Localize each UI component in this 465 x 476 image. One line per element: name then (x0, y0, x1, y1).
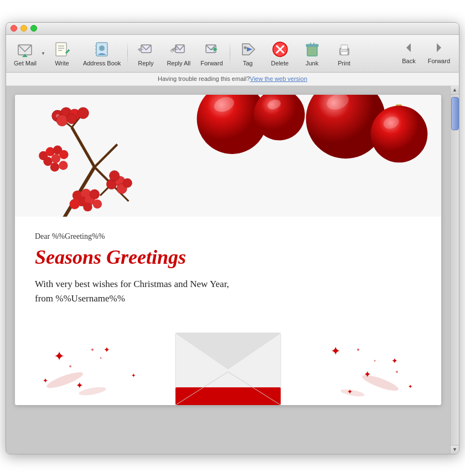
svg-text:✦: ✦ (54, 349, 65, 364)
minimize-button[interactable] (20, 25, 27, 32)
svg-rect-21 (306, 44, 318, 47)
svg-point-68 (93, 199, 102, 208)
delete-icon (271, 40, 289, 58)
write-label: Write (55, 60, 69, 66)
address-book-icon (93, 40, 111, 58)
svg-point-59 (50, 162, 59, 171)
forward-button[interactable]: Forward (196, 38, 227, 69)
svg-rect-26 (341, 45, 348, 49)
tag-label: Tag (243, 60, 253, 66)
svg-point-65 (89, 189, 99, 199)
view-web-version-link[interactable]: View the web version (250, 75, 307, 82)
forward-btn-label: Forward (200, 60, 223, 66)
svg-point-107 (374, 360, 376, 362)
svg-text:✦: ✦ (391, 357, 398, 365)
write-icon (53, 40, 71, 58)
reply-all-label: Reply All (167, 60, 190, 66)
svg-rect-20 (307, 46, 317, 56)
get-mail-label: Get Mail (14, 60, 37, 66)
svg-rect-2 (56, 43, 66, 56)
address-book-button[interactable]: Address Book (79, 38, 125, 69)
svg-point-106 (357, 349, 359, 351)
print-button[interactable]: Print (329, 38, 360, 69)
scrollbar: ▲ ▼ (450, 86, 459, 454)
svg-text:✦: ✦ (104, 346, 110, 354)
address-book-label: Address Book (83, 60, 121, 66)
svg-point-103 (91, 349, 94, 351)
separator-2 (230, 41, 230, 65)
title-bar (6, 23, 459, 35)
svg-rect-86 (175, 387, 281, 405)
svg-point-28 (347, 49, 348, 50)
reply-all-icon (170, 40, 188, 58)
email-footer-image: ✦ ✦ ✦ ✦ ✦ ✦ ✦ ✦ ✦ ✦ (15, 327, 441, 405)
get-mail-button[interactable]: Get Mail (9, 38, 41, 69)
svg-point-81 (371, 105, 428, 162)
svg-marker-29 (406, 43, 411, 52)
forward-icon (203, 40, 220, 58)
nav-forward-button[interactable]: Forward (422, 40, 456, 66)
email-body: Dear %%Greeting%% Seasons Greetings With… (15, 217, 441, 328)
email-body-text: With very best wishes for Christmas and … (35, 277, 245, 305)
email-greeting-small: Dear %%Greeting%% (35, 232, 421, 241)
scrollbar-thumb[interactable] (451, 97, 459, 130)
svg-text:✦: ✦ (330, 344, 340, 358)
close-button[interactable] (11, 25, 17, 32)
mail-window: Get Mail ▼ Write (6, 22, 459, 454)
svg-point-16 (244, 46, 246, 49)
back-button[interactable]: Back (396, 40, 421, 66)
get-mail-icon (16, 40, 34, 58)
svg-point-66 (70, 199, 80, 209)
info-bar-text: Having trouble reading this email? (158, 75, 250, 82)
svg-marker-30 (437, 43, 441, 52)
svg-text:✦: ✦ (408, 383, 412, 390)
print-icon (335, 40, 353, 58)
nav-forward-label: Forward (428, 58, 450, 64)
svg-point-50 (109, 170, 119, 180)
svg-text:✦: ✦ (43, 377, 48, 385)
separator-1 (127, 41, 128, 65)
write-button[interactable]: Write (46, 38, 78, 69)
delete-button[interactable]: Delete (265, 38, 296, 69)
email-header-image (15, 95, 441, 217)
tag-button[interactable]: Tag (232, 38, 264, 69)
svg-point-45 (78, 107, 89, 119)
svg-point-52 (123, 178, 132, 187)
scrollbar-down-arrow[interactable]: ▼ (451, 445, 459, 454)
svg-point-56 (51, 153, 60, 162)
reply-all-button[interactable]: Reply All (162, 38, 195, 69)
get-mail-dropdown[interactable]: ▼ (41, 51, 45, 56)
svg-point-67 (83, 202, 92, 211)
junk-button[interactable]: Junk (297, 38, 328, 69)
maximize-button[interactable] (30, 25, 37, 32)
svg-text:✦: ✦ (76, 381, 83, 390)
svg-point-8 (99, 45, 105, 51)
junk-icon (303, 40, 321, 58)
reply-button[interactable]: Reply (130, 38, 161, 69)
svg-point-104 (100, 357, 102, 359)
content-area: Dear %%Greeting%% Seasons Greetings With… (6, 86, 459, 454)
svg-point-105 (69, 365, 71, 367)
back-icon (403, 42, 414, 56)
reply-label: Reply (138, 60, 153, 66)
email-card: Dear %%Greeting%% Seasons Greetings With… (15, 95, 441, 406)
toolbar: Get Mail ▼ Write (6, 35, 459, 73)
svg-point-108 (396, 371, 398, 373)
svg-rect-27 (341, 52, 348, 55)
svg-point-47 (66, 114, 76, 124)
scrollbar-up-arrow[interactable]: ▲ (451, 86, 459, 95)
svg-point-60 (59, 161, 68, 170)
tag-icon (239, 40, 257, 58)
nav-forward-icon (433, 42, 445, 56)
junk-label: Junk (306, 60, 318, 66)
reply-icon (137, 40, 154, 58)
info-bar: Having trouble reading this email? View … (6, 73, 459, 86)
traffic-lights (11, 25, 37, 32)
print-label: Print (338, 60, 350, 66)
delete-label: Delete (271, 60, 289, 66)
svg-text:✦: ✦ (131, 372, 136, 378)
back-label: Back (402, 58, 415, 64)
svg-point-46 (56, 115, 68, 126)
email-viewport[interactable]: Dear %%Greeting%% Seasons Greetings With… (6, 86, 450, 454)
svg-point-58 (59, 150, 68, 158)
